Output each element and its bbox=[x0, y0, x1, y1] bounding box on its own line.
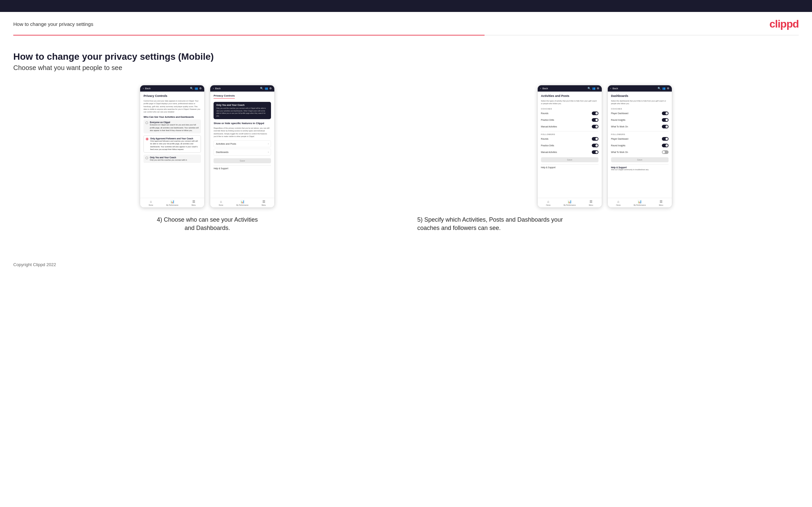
tab-performance-4[interactable]: 📊 My Performance bbox=[629, 200, 650, 206]
phone-back-1: ‹ Back bbox=[143, 87, 150, 90]
chart-icon-1: 📊 bbox=[170, 200, 174, 204]
radio-everyone-text: Everyone on Clippd Everyone on Clippd ca… bbox=[150, 121, 199, 132]
phone-topbar-4: ‹ Back 🔍 👥 ⚙ bbox=[608, 85, 672, 92]
toggle-manual-coaches-switch[interactable] bbox=[592, 125, 599, 128]
toggle-manual-followers-switch[interactable] bbox=[592, 150, 599, 154]
phone-screen-3: ‹ Back 🔍 👥 ⚙ Activities and Posts Select… bbox=[537, 85, 602, 208]
privacy-tab-label-2: Privacy Controls bbox=[213, 94, 235, 99]
tab-home-2[interactable]: ⌂ Home bbox=[210, 200, 232, 206]
tab-menu-label-3: Menu bbox=[589, 204, 593, 206]
activities-posts-menu[interactable]: Activities and Posts › bbox=[213, 140, 271, 147]
tab-performance-2[interactable]: 📊 My Performance bbox=[232, 200, 253, 206]
phone-topbar-1: ‹ Back 🔍 👥 ⚙ bbox=[140, 85, 204, 92]
toggle-round-insights-coaches: Round Insights bbox=[611, 117, 668, 122]
toggle-round-insights-followers-switch[interactable] bbox=[662, 144, 668, 147]
dashboards-body-4: Select the dashboards that you'd like to… bbox=[611, 100, 668, 105]
practice-label-followers: Practice Drills bbox=[541, 144, 554, 147]
phone-content-1: Privacy Controls Control how you and you… bbox=[140, 92, 204, 198]
page-subtitle: Choose what you want people to see bbox=[13, 64, 799, 72]
toggle-practice-followers-switch[interactable] bbox=[592, 144, 599, 147]
tab-menu-3[interactable]: ☰ Menu bbox=[580, 200, 601, 206]
radio-you-coach-text: Only You and Your Coach Only you and the… bbox=[150, 156, 187, 161]
tab-menu-1[interactable]: ☰ Menu bbox=[183, 200, 204, 206]
caption-4: 4) Choose who can see your Activities an… bbox=[154, 216, 260, 232]
top-nav-bar bbox=[0, 0, 812, 12]
manual-label-followers: Manual Activities bbox=[541, 151, 557, 153]
phone-back-2: ‹ Back bbox=[213, 87, 220, 90]
radio-followers-coach[interactable]: Only Approved Followers and Your Coach O… bbox=[144, 135, 201, 153]
what-to-work-label-followers: What To Work On bbox=[611, 151, 628, 153]
screenshots-row: ‹ Back 🔍 👥 ⚙ Privacy Controls Control ho… bbox=[13, 85, 799, 232]
popup-title-2: Only You and Your Coach bbox=[216, 104, 268, 106]
back-icon-3: ‹ bbox=[540, 87, 541, 90]
back-icon-4: ‹ bbox=[610, 87, 611, 90]
tab-performance-label-3: My Performance bbox=[564, 204, 576, 206]
toggle-what-to-work-coaches: What To Work On bbox=[611, 124, 668, 129]
tab-menu-2[interactable]: ☰ Menu bbox=[253, 200, 274, 206]
tab-menu-4[interactable]: ☰ Menu bbox=[650, 200, 671, 206]
activities-posts-title-3: Activities and Posts bbox=[541, 94, 599, 98]
toggle-manual-coaches: Manual Activities bbox=[541, 124, 599, 129]
radio-you-coach[interactable]: Only You and Your Coach Only you and the… bbox=[144, 155, 201, 163]
help-support-2: Help & Support bbox=[213, 165, 271, 171]
tab-menu-label-4: Menu bbox=[659, 204, 663, 206]
chevron-right-icon-dashboards: › bbox=[268, 151, 269, 154]
toggle-what-to-work-coaches-switch[interactable] bbox=[662, 125, 668, 128]
manual-label-coaches: Manual Activities bbox=[541, 125, 557, 128]
save-button-2[interactable]: Save bbox=[213, 158, 271, 163]
toggle-player-dashboard-coaches-switch[interactable] bbox=[662, 111, 668, 115]
save-button-3[interactable]: Save bbox=[541, 157, 599, 162]
toggle-round-insights-coaches-switch[interactable] bbox=[662, 118, 668, 122]
divider-4 bbox=[611, 131, 668, 131]
help-support-3: Help & Support bbox=[541, 164, 599, 170]
round-insights-label-followers: Round Insights bbox=[611, 144, 625, 147]
toggle-rounds-followers-switch[interactable] bbox=[592, 137, 599, 141]
back-label-4: Back bbox=[612, 87, 618, 90]
tab-performance-label-1: My Performance bbox=[166, 204, 179, 206]
practice-label-coaches: Practice Drills bbox=[541, 119, 554, 121]
toggle-rounds-coaches-switch[interactable] bbox=[592, 111, 599, 115]
radio-everyone-desc: Everyone on Clippd can search for you an… bbox=[150, 123, 199, 132]
tab-home-label-1: Home bbox=[149, 204, 153, 206]
toggle-player-dashboard-followers-switch[interactable] bbox=[662, 137, 668, 141]
dashboards-menu[interactable]: Dashboards › bbox=[213, 149, 271, 156]
menu-icon-1: ☰ bbox=[192, 200, 195, 204]
rounds-label-coaches: Rounds bbox=[541, 112, 548, 114]
screenshots-pair-3-4: ‹ Back 🔍 👥 ⚙ Activities and Posts Select… bbox=[537, 85, 672, 208]
menu-icon-3: ☰ bbox=[590, 200, 593, 204]
phone-tabbar-2: ⌂ Home 📊 My Performance ☰ Menu bbox=[210, 198, 274, 207]
logo: clippd bbox=[769, 18, 799, 30]
toggle-practice-followers: Practice Drills bbox=[541, 143, 599, 148]
tab-performance-1[interactable]: 📊 My Performance bbox=[162, 200, 183, 206]
toggle-what-to-work-followers: What To Work On bbox=[611, 150, 668, 155]
phone-back-4: ‹ Back bbox=[610, 87, 618, 90]
tab-home-4[interactable]: ⌂ Home bbox=[608, 200, 629, 206]
tab-home-3[interactable]: ⌂ Home bbox=[538, 200, 559, 206]
activities-posts-body-3: Select the types of activity that you'd … bbox=[541, 100, 599, 105]
radio-everyone[interactable]: Everyone on Clippd Everyone on Clippd ca… bbox=[144, 119, 201, 133]
search-icon-2: 🔍 bbox=[260, 87, 263, 90]
save-button-4[interactable]: Save bbox=[611, 157, 668, 162]
help-support-text-4: Visit our Clippd community to troublesho… bbox=[611, 169, 668, 171]
chart-icon-2: 📊 bbox=[241, 200, 244, 204]
phone-topbar-icons-1: 🔍 👥 ⚙ bbox=[190, 87, 202, 90]
phone-tabbar-1: ⌂ Home 📊 My Performance ☰ Menu bbox=[140, 198, 204, 207]
back-label-3: Back bbox=[542, 87, 548, 90]
toggle-practice-coaches-switch[interactable] bbox=[592, 118, 599, 122]
breadcrumb: How to change your privacy settings bbox=[13, 21, 93, 27]
chart-icon-4: 📊 bbox=[638, 200, 642, 204]
toggle-manual-followers: Manual Activities bbox=[541, 150, 599, 155]
what-to-work-label-coaches: What To Work On bbox=[611, 125, 628, 128]
phone-screen-1: ‹ Back 🔍 👥 ⚙ Privacy Controls Control ho… bbox=[140, 85, 205, 208]
radio-followers-desc: Only approved followers and coaches you … bbox=[150, 140, 199, 151]
search-icon-1: 🔍 bbox=[190, 87, 193, 90]
tab-performance-3[interactable]: 📊 My Performance bbox=[559, 200, 580, 206]
back-icon-2: ‹ bbox=[213, 87, 214, 90]
back-icon-1: ‹ bbox=[143, 87, 144, 90]
screenshots-pair-1-2: ‹ Back 🔍 👥 ⚙ Privacy Controls Control ho… bbox=[140, 85, 275, 208]
settings-icon-3: ⚙ bbox=[597, 87, 599, 90]
toggle-what-to-work-followers-switch[interactable] bbox=[662, 150, 668, 154]
activities-posts-label: Activities and Posts bbox=[216, 143, 236, 145]
radio-you-coach-title: Only You and Your Coach bbox=[150, 156, 187, 159]
tab-home-1[interactable]: ⌂ Home bbox=[140, 200, 161, 206]
